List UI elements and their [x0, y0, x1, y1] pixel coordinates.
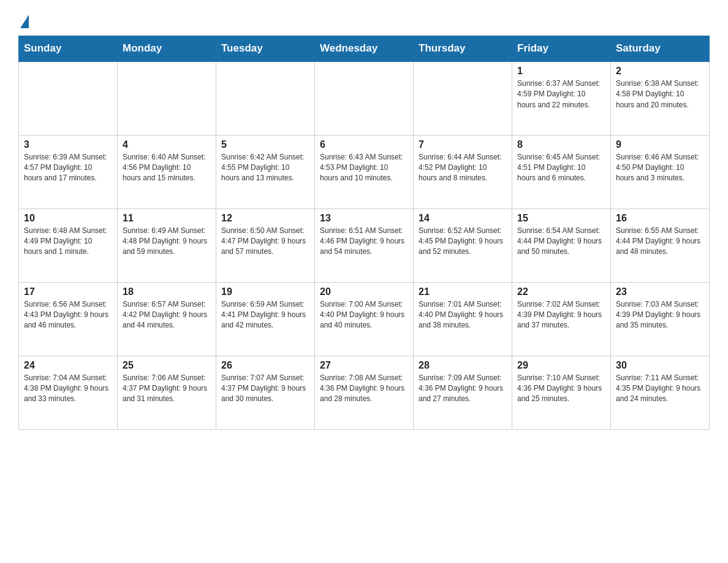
calendar-cell: 13Sunrise: 6:51 AM Sunset: 4:46 PM Dayli…	[315, 209, 414, 282]
day-info: Sunrise: 6:51 AM Sunset: 4:46 PM Dayligh…	[320, 226, 408, 258]
calendar-body: 1Sunrise: 6:37 AM Sunset: 4:59 PM Daylig…	[19, 61, 710, 429]
calendar-cell: 27Sunrise: 7:08 AM Sunset: 4:36 PM Dayli…	[315, 356, 414, 429]
day-info: Sunrise: 6:59 AM Sunset: 4:41 PM Dayligh…	[221, 299, 309, 331]
calendar-cell: 29Sunrise: 7:10 AM Sunset: 4:36 PM Dayli…	[512, 356, 611, 429]
calendar-cell: 24Sunrise: 7:04 AM Sunset: 4:38 PM Dayli…	[19, 356, 118, 429]
calendar-cell: 21Sunrise: 7:01 AM Sunset: 4:40 PM Dayli…	[414, 282, 512, 356]
day-info: Sunrise: 7:11 AM Sunset: 4:35 PM Dayligh…	[616, 373, 704, 405]
day-info: Sunrise: 6:43 AM Sunset: 4:53 PM Dayligh…	[320, 152, 408, 184]
day-number: 8	[517, 139, 605, 150]
calendar-week-row: 10Sunrise: 6:48 AM Sunset: 4:49 PM Dayli…	[19, 209, 710, 282]
day-number: 20	[320, 286, 408, 297]
day-info: Sunrise: 7:02 AM Sunset: 4:39 PM Dayligh…	[517, 299, 605, 331]
day-number: 6	[320, 139, 408, 150]
day-number: 9	[616, 139, 704, 150]
calendar-week-row: 3Sunrise: 6:39 AM Sunset: 4:57 PM Daylig…	[19, 135, 710, 209]
calendar-cell: 23Sunrise: 7:03 AM Sunset: 4:39 PM Dayli…	[611, 282, 710, 356]
day-number: 17	[24, 286, 112, 297]
day-number: 3	[24, 139, 112, 150]
weekday-header-wednesday: Wednesday	[315, 36, 414, 62]
calendar-cell: 22Sunrise: 7:02 AM Sunset: 4:39 PM Dayli…	[512, 282, 611, 356]
day-info: Sunrise: 6:45 AM Sunset: 4:51 PM Dayligh…	[517, 152, 605, 184]
day-info: Sunrise: 6:56 AM Sunset: 4:43 PM Dayligh…	[24, 299, 112, 331]
day-number: 28	[419, 360, 507, 371]
day-info: Sunrise: 6:42 AM Sunset: 4:55 PM Dayligh…	[221, 152, 309, 184]
calendar-cell: 25Sunrise: 7:06 AM Sunset: 4:37 PM Dayli…	[118, 356, 216, 429]
day-info: Sunrise: 7:03 AM Sunset: 4:39 PM Dayligh…	[616, 299, 704, 331]
day-number: 13	[320, 213, 408, 224]
calendar-cell: 15Sunrise: 6:54 AM Sunset: 4:44 PM Dayli…	[512, 209, 611, 282]
day-number: 26	[221, 360, 309, 371]
day-number: 5	[221, 139, 309, 150]
day-number: 14	[419, 213, 507, 224]
day-info: Sunrise: 7:06 AM Sunset: 4:37 PM Dayligh…	[123, 373, 211, 405]
weekday-header-row: SundayMondayTuesdayWednesdayThursdayFrid…	[19, 36, 710, 62]
day-info: Sunrise: 6:48 AM Sunset: 4:49 PM Dayligh…	[24, 226, 112, 258]
calendar-cell: 8Sunrise: 6:45 AM Sunset: 4:51 PM Daylig…	[512, 135, 611, 209]
day-info: Sunrise: 6:57 AM Sunset: 4:42 PM Dayligh…	[123, 299, 211, 331]
calendar-cell: 12Sunrise: 6:50 AM Sunset: 4:47 PM Dayli…	[216, 209, 315, 282]
calendar-table: SundayMondayTuesdayWednesdayThursdayFrid…	[18, 36, 710, 430]
weekday-header-thursday: Thursday	[414, 36, 512, 62]
day-number: 25	[123, 360, 211, 371]
calendar-week-row: 17Sunrise: 6:56 AM Sunset: 4:43 PM Dayli…	[19, 282, 710, 356]
calendar-cell: 7Sunrise: 6:44 AM Sunset: 4:52 PM Daylig…	[414, 135, 512, 209]
day-info: Sunrise: 6:37 AM Sunset: 4:59 PM Dayligh…	[517, 79, 605, 110]
weekday-header-monday: Monday	[118, 36, 216, 62]
calendar-week-row: 1Sunrise: 6:37 AM Sunset: 4:59 PM Daylig…	[19, 61, 710, 135]
calendar-cell: 18Sunrise: 6:57 AM Sunset: 4:42 PM Dayli…	[118, 282, 216, 356]
calendar-cell: 17Sunrise: 6:56 AM Sunset: 4:43 PM Dayli…	[19, 282, 118, 356]
day-info: Sunrise: 6:40 AM Sunset: 4:56 PM Dayligh…	[123, 152, 211, 184]
day-info: Sunrise: 7:01 AM Sunset: 4:40 PM Dayligh…	[419, 299, 507, 331]
day-info: Sunrise: 7:04 AM Sunset: 4:38 PM Dayligh…	[24, 373, 112, 405]
calendar-cell: 19Sunrise: 6:59 AM Sunset: 4:41 PM Dayli…	[216, 282, 315, 356]
calendar-cell	[118, 61, 216, 135]
calendar-cell	[216, 61, 315, 135]
day-number: 11	[123, 213, 211, 224]
day-info: Sunrise: 7:00 AM Sunset: 4:40 PM Dayligh…	[320, 299, 408, 331]
day-number: 4	[123, 139, 211, 150]
weekday-header-sunday: Sunday	[19, 36, 118, 62]
day-number: 24	[24, 360, 112, 371]
calendar-cell: 9Sunrise: 6:46 AM Sunset: 4:50 PM Daylig…	[611, 135, 710, 209]
calendar-cell: 14Sunrise: 6:52 AM Sunset: 4:45 PM Dayli…	[414, 209, 512, 282]
calendar-cell: 2Sunrise: 6:38 AM Sunset: 4:58 PM Daylig…	[611, 61, 710, 135]
calendar-week-row: 24Sunrise: 7:04 AM Sunset: 4:38 PM Dayli…	[19, 356, 710, 429]
day-number: 18	[123, 286, 211, 297]
day-number: 22	[517, 286, 605, 297]
page-header	[18, 12, 710, 25]
calendar-cell: 30Sunrise: 7:11 AM Sunset: 4:35 PM Dayli…	[611, 356, 710, 429]
day-info: Sunrise: 7:08 AM Sunset: 4:36 PM Dayligh…	[320, 373, 408, 405]
weekday-header-saturday: Saturday	[611, 36, 710, 62]
day-info: Sunrise: 6:55 AM Sunset: 4:44 PM Dayligh…	[616, 226, 704, 258]
day-info: Sunrise: 6:49 AM Sunset: 4:48 PM Dayligh…	[123, 226, 211, 258]
day-info: Sunrise: 7:07 AM Sunset: 4:37 PM Dayligh…	[221, 373, 309, 405]
logo	[18, 12, 29, 25]
calendar-cell	[315, 61, 414, 135]
calendar-cell: 3Sunrise: 6:39 AM Sunset: 4:57 PM Daylig…	[19, 135, 118, 209]
day-info: Sunrise: 6:38 AM Sunset: 4:58 PM Dayligh…	[616, 79, 704, 110]
day-info: Sunrise: 7:09 AM Sunset: 4:36 PM Dayligh…	[419, 373, 507, 405]
calendar-cell	[414, 61, 512, 135]
calendar-cell: 26Sunrise: 7:07 AM Sunset: 4:37 PM Dayli…	[216, 356, 315, 429]
day-info: Sunrise: 6:44 AM Sunset: 4:52 PM Dayligh…	[419, 152, 507, 184]
weekday-header-tuesday: Tuesday	[216, 36, 315, 62]
calendar-cell	[19, 61, 118, 135]
calendar-cell: 20Sunrise: 7:00 AM Sunset: 4:40 PM Dayli…	[315, 282, 414, 356]
calendar-header: SundayMondayTuesdayWednesdayThursdayFrid…	[19, 36, 710, 62]
calendar-cell: 5Sunrise: 6:42 AM Sunset: 4:55 PM Daylig…	[216, 135, 315, 209]
day-number: 30	[616, 360, 704, 371]
logo-triangle-icon	[20, 15, 29, 28]
day-number: 12	[221, 213, 309, 224]
calendar-cell: 6Sunrise: 6:43 AM Sunset: 4:53 PM Daylig…	[315, 135, 414, 209]
day-info: Sunrise: 7:10 AM Sunset: 4:36 PM Dayligh…	[517, 373, 605, 405]
day-number: 23	[616, 286, 704, 297]
weekday-header-friday: Friday	[512, 36, 611, 62]
calendar-cell: 4Sunrise: 6:40 AM Sunset: 4:56 PM Daylig…	[118, 135, 216, 209]
calendar-cell: 1Sunrise: 6:37 AM Sunset: 4:59 PM Daylig…	[512, 61, 611, 135]
day-info: Sunrise: 6:54 AM Sunset: 4:44 PM Dayligh…	[517, 226, 605, 258]
day-info: Sunrise: 6:39 AM Sunset: 4:57 PM Dayligh…	[24, 152, 112, 184]
day-info: Sunrise: 6:52 AM Sunset: 4:45 PM Dayligh…	[419, 226, 507, 258]
day-number: 19	[221, 286, 309, 297]
day-number: 27	[320, 360, 408, 371]
